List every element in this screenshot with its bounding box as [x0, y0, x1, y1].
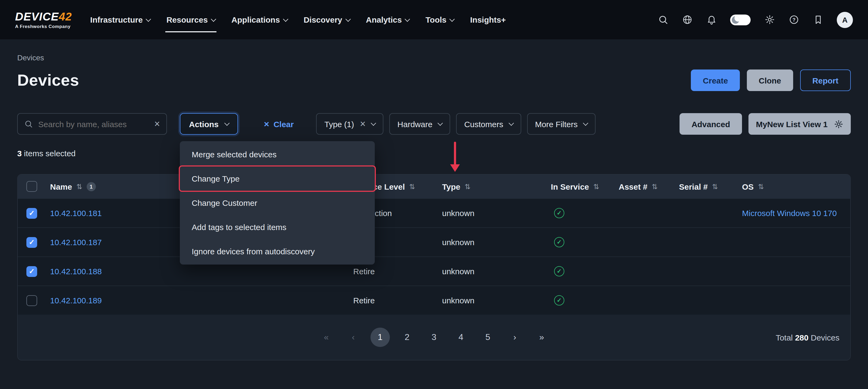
in-service-check-icon: ✓	[554, 266, 564, 276]
nav-analytics[interactable]: Analytics	[366, 0, 409, 39]
pagination-page-button[interactable]: 2	[397, 328, 417, 347]
in-service-check-icon: ✓	[554, 295, 564, 305]
pagination-page-button[interactable]: 5	[478, 328, 498, 347]
nav-tools[interactable]: Tools	[425, 0, 454, 39]
clear-search-icon[interactable]: ×	[154, 119, 160, 129]
service-level-cell: Retire	[353, 267, 442, 276]
chip-label: Hardware	[397, 119, 432, 128]
gear-icon	[834, 119, 843, 128]
bell-icon[interactable]	[706, 14, 717, 25]
brand-tagline: A Freshworks Company	[15, 24, 72, 29]
device42-logo[interactable]: DEVICE42 A Freshworks Company	[15, 11, 72, 29]
clear-filters-button[interactable]: × Clear	[264, 119, 294, 128]
search-input[interactable]	[38, 119, 149, 128]
pagination-first-button[interactable]: «	[317, 328, 336, 347]
sort-icon[interactable]: ⇅	[409, 182, 415, 190]
device-name-link[interactable]: 10.42.100.181	[50, 209, 102, 218]
nav-label: Discovery	[304, 15, 342, 24]
device-name-link[interactable]: 10.42.100.189	[50, 296, 102, 305]
advanced-button[interactable]: Advanced	[680, 113, 742, 135]
gear-icon[interactable]	[764, 14, 775, 25]
chevron-down-icon	[146, 16, 151, 22]
help-icon[interactable]: ?	[788, 14, 799, 25]
menu-item-change-customer[interactable]: Change Customer	[180, 191, 375, 215]
selection-status: 3 items selected	[17, 149, 851, 158]
in-service-check-icon: ✓	[554, 208, 564, 218]
nav-label: Tools	[425, 15, 446, 24]
sort-icon[interactable]: ⇅	[76, 182, 82, 190]
filter-chip-customers[interactable]: Customers	[456, 113, 521, 135]
device-name-link[interactable]: 10.42.100.188	[50, 267, 102, 276]
pagination: « ‹ 1 2 3 4 5 › » Total 280 Devices	[18, 315, 850, 360]
sort-icon[interactable]: ⇅	[758, 182, 764, 190]
sort-order-badge: 1	[87, 182, 96, 191]
svg-text:?: ?	[792, 17, 795, 23]
row-checkbox[interactable]: ✓	[26, 266, 37, 277]
brand-text: DEVICE42	[15, 11, 72, 22]
breadcrumb[interactable]: Devices	[17, 53, 851, 62]
report-button[interactable]: Report	[800, 69, 851, 91]
filter-chip-more-filters[interactable]: More Filters	[527, 113, 595, 135]
menu-item-change-type[interactable]: Change Type	[180, 167, 375, 191]
pagination-page-button[interactable]: 1	[370, 328, 390, 347]
os-link[interactable]: Microsoft Windows 10 170	[742, 209, 837, 218]
column-header-os[interactable]: OS⇅	[742, 182, 842, 191]
pagination-last-button[interactable]: »	[532, 328, 551, 347]
menu-item-merge-selected-devices[interactable]: Merge selected devices	[180, 142, 375, 167]
nav-label: Applications	[231, 15, 280, 24]
annotation-arrow-head	[450, 164, 460, 172]
list-view-button[interactable]: MyNew List View 1	[748, 113, 851, 135]
sort-icon[interactable]: ⇅	[652, 182, 658, 190]
clone-button[interactable]: Clone	[747, 69, 793, 91]
row-checkbox[interactable]: ✓	[26, 237, 37, 247]
sort-icon[interactable]: ⇅	[465, 182, 471, 190]
filter-chip-type[interactable]: Type (1) ×	[316, 113, 383, 135]
sort-icon[interactable]: ⇅	[712, 182, 718, 190]
row-checkbox[interactable]	[26, 295, 37, 306]
nav-infrastructure[interactable]: Infrastructure	[90, 0, 150, 39]
search-icon[interactable]	[657, 14, 668, 25]
column-header-asset[interactable]: Asset #⇅	[619, 182, 679, 191]
main-nav: Infrastructure Resources Applications Di…	[90, 0, 506, 39]
nav-discovery[interactable]: Discovery	[304, 0, 350, 39]
type-cell: unknown	[442, 238, 551, 247]
globe-icon[interactable]	[682, 14, 692, 25]
table-row: ✓ 10.42.100.181 Production unknown ✓ Mic…	[18, 198, 850, 227]
remove-filter-icon[interactable]: ×	[360, 119, 366, 129]
pagination-next-button[interactable]: ›	[505, 328, 524, 347]
table-row: ✓ 10.42.100.188 Retire unknown ✓	[18, 257, 850, 286]
theme-toggle[interactable]	[730, 14, 751, 25]
column-header-type[interactable]: Type⇅	[442, 182, 551, 191]
nav-insights[interactable]: Insights+	[470, 0, 506, 39]
menu-item-ignore-devices[interactable]: Ignore devices from autodiscovery	[180, 239, 375, 264]
user-avatar[interactable]: A	[837, 11, 853, 28]
table-header-row: Name⇅1 Service Level⇅ Type⇅ In Service⇅ …	[18, 175, 850, 198]
actions-dropdown[interactable]: Actions	[180, 113, 238, 135]
topbar-actions: ? A	[657, 11, 853, 28]
row-checkbox[interactable]: ✓	[26, 208, 37, 218]
column-header-serial[interactable]: Serial #⇅	[679, 182, 742, 191]
chevron-down-icon	[437, 120, 443, 126]
menu-item-add-tags[interactable]: Add tags to selected items	[180, 215, 375, 239]
nav-label: Infrastructure	[90, 15, 143, 24]
chevron-down-icon	[508, 120, 514, 126]
create-button[interactable]: Create	[691, 69, 740, 91]
nav-applications[interactable]: Applications	[231, 0, 287, 39]
nav-resources[interactable]: Resources	[166, 0, 215, 39]
actions-label: Actions	[189, 119, 219, 128]
pagination-page-button[interactable]: 3	[424, 328, 444, 347]
pagination-prev-button[interactable]: ‹	[344, 328, 363, 347]
moon-icon	[732, 16, 739, 24]
sort-icon[interactable]: ⇅	[593, 182, 599, 190]
pagination-page-button[interactable]: 4	[451, 328, 471, 347]
filter-chip-hardware[interactable]: Hardware	[389, 113, 450, 135]
select-all-checkbox[interactable]	[26, 181, 37, 192]
device-name-link[interactable]: 10.42.100.187	[50, 238, 102, 247]
page-content: Devices Devices Create Clone Report × Ac…	[0, 53, 868, 360]
column-header-in-service[interactable]: In Service⇅	[551, 182, 619, 191]
bookmark-icon[interactable]	[812, 14, 823, 25]
search-icon	[24, 120, 33, 128]
chevron-down-icon	[583, 120, 588, 126]
chip-label: Customers	[464, 119, 503, 128]
chip-label: Type (1)	[324, 119, 354, 128]
